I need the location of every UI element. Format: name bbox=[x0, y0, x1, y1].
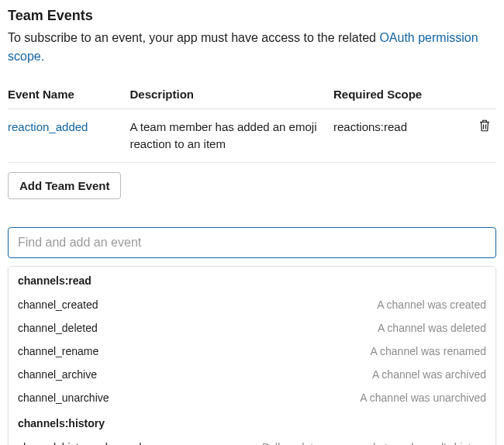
dropdown-item-name: channel_rename bbox=[18, 345, 98, 357]
header-description: Description bbox=[130, 80, 334, 109]
dropdown-item-name: channel_archive bbox=[18, 368, 97, 381]
header-required-scope: Required Scope bbox=[333, 80, 464, 109]
dropdown-item-name: channel_created bbox=[18, 298, 98, 311]
dropdown-item-desc: A channel was archived bbox=[372, 368, 486, 381]
header-event-name: Event Name bbox=[8, 80, 130, 109]
add-team-event-button[interactable]: Add Team Event bbox=[8, 172, 121, 199]
dropdown-item[interactable]: channel_unarchive A channel was unarchiv… bbox=[9, 386, 495, 409]
dropdown-group-header: channels:history bbox=[9, 409, 495, 436]
dropdown-item[interactable]: channel_created A channel was created bbox=[9, 293, 495, 316]
dropdown-item-desc: A channel was unarchived bbox=[360, 392, 486, 404]
dropdown-group-header: channels:read bbox=[9, 267, 495, 293]
event-description-cell: A team member has added an emoji reactio… bbox=[130, 109, 334, 163]
event-search-input[interactable] bbox=[8, 227, 496, 258]
page-subtext: To subscribe to an event, your app must … bbox=[8, 29, 496, 66]
dropdown-item-desc: A channel was deleted bbox=[378, 322, 486, 334]
event-dropdown[interactable]: channels:read channel_created A channel … bbox=[8, 266, 496, 446]
dropdown-item-name: channel_deleted bbox=[18, 322, 98, 334]
events-table: Event Name Description Required Scope re… bbox=[8, 80, 496, 163]
header-actions bbox=[464, 80, 496, 109]
page-heading: Team Events bbox=[8, 8, 496, 24]
subtext-prefix: To subscribe to an event, your app must … bbox=[8, 31, 379, 44]
dropdown-item-name: channel_unarchive bbox=[18, 392, 109, 404]
trash-icon[interactable] bbox=[478, 122, 492, 135]
dropdown-item-desc: A channel was created bbox=[377, 298, 486, 311]
dropdown-item-desc: A channel was renamed bbox=[371, 345, 486, 357]
event-name-cell[interactable]: reaction_added bbox=[8, 109, 130, 163]
dropdown-item-name: channel_history_changed bbox=[18, 441, 142, 446]
dropdown-item[interactable]: channel_archive A channel was archived bbox=[9, 363, 495, 386]
dropdown-item-desc: Bulk updates were made to a channel's hi… bbox=[262, 441, 486, 446]
event-scope-cell: reactions:read bbox=[333, 109, 464, 163]
table-row: reaction_added A team member has added a… bbox=[8, 109, 496, 163]
dropdown-item[interactable]: channel_rename A channel was renamed bbox=[9, 340, 495, 363]
dropdown-item[interactable]: channel_history_changed Bulk updates wer… bbox=[9, 436, 495, 446]
dropdown-item[interactable]: channel_deleted A channel was deleted bbox=[9, 316, 495, 340]
